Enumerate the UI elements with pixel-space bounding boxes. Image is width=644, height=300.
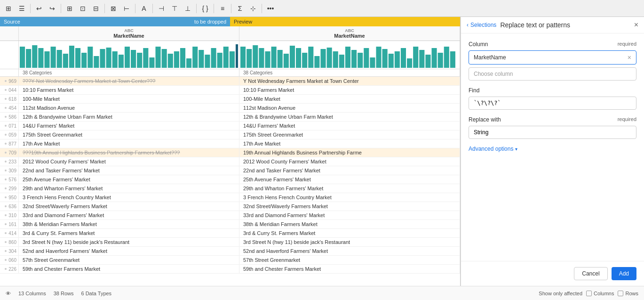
svg-rect-41: [271, 47, 277, 68]
menu-icon[interactable]: ☰: [16, 3, 27, 14]
row-dot: [5, 187, 7, 189]
replace-required-text: required: [618, 116, 636, 123]
tool3-icon[interactable]: ⊟: [90, 3, 102, 14]
svg-rect-60: [389, 54, 394, 68]
table-row: 636 32nd Street/Waverly Farmers Market 3…: [0, 202, 460, 211]
back-to-selections-link[interactable]: ‹ Selections: [467, 22, 496, 28]
source-cell: 52nd and Haverford Farmers' Market: [19, 247, 239, 255]
preview-cell: 38th & Meridian Farmers Market: [239, 220, 460, 228]
row-number: 304: [0, 247, 19, 255]
svg-rect-61: [395, 51, 400, 68]
source-header: Source to be dropped: [0, 17, 230, 26]
preview-cell: 33rd and Diamond Farmers' Market: [239, 211, 460, 219]
svg-rect-70: [450, 51, 455, 68]
svg-rect-2: [32, 45, 37, 68]
row-dot: [5, 170, 7, 171]
column-input-wrapper[interactable]: ×: [469, 50, 636, 65]
columns-checkbox-label[interactable]: Columns: [586, 291, 614, 296]
rows-checkbox[interactable]: [618, 291, 623, 296]
row-number: 969: [0, 77, 19, 85]
row-number: 233: [0, 157, 19, 166]
svg-rect-25: [174, 51, 179, 68]
svg-rect-20: [143, 48, 148, 68]
back-arrow-icon: ‹: [467, 22, 469, 28]
grid-icon[interactable]: ⊞: [3, 3, 14, 14]
find-input[interactable]: [474, 100, 631, 106]
add-button[interactable]: Add: [612, 267, 636, 280]
tool2-icon[interactable]: ⊡: [77, 3, 88, 14]
tool10-icon[interactable]: { }: [199, 3, 211, 14]
close-button[interactable]: ×: [634, 21, 638, 29]
svg-rect-22: [155, 47, 160, 68]
more-icon[interactable]: •••: [265, 3, 276, 14]
advanced-options-toggle[interactable]: Advanced options ▾: [469, 146, 636, 152]
rows-checkbox-label[interactable]: Rows: [618, 291, 638, 296]
replace-input[interactable]: [474, 129, 631, 136]
table-row: 161 38th & Meridian Farmers Market 38th …: [0, 220, 460, 229]
clear-column-icon[interactable]: ×: [628, 54, 631, 61]
svg-rect-7: [63, 54, 68, 68]
row-dot: [5, 178, 7, 180]
tool1-icon[interactable]: ⊞: [64, 3, 75, 14]
toolbar-divider-8: [231, 4, 231, 13]
tool7-icon[interactable]: ⊣: [156, 3, 167, 14]
table-row: 071 14&U Farmers' Market 14&U Farmers' M…: [0, 122, 460, 130]
svg-rect-55: [358, 53, 363, 68]
tool6-icon[interactable]: A: [138, 3, 150, 14]
columns-checkbox[interactable]: [586, 291, 592, 296]
chart-row: [0, 41, 460, 69]
find-field-group: Find: [469, 87, 636, 110]
column-input[interactable]: [474, 54, 628, 61]
preview-cell: 3rd & Curry St. Farmers Market: [239, 229, 460, 237]
toolbar-divider-9: [262, 4, 262, 13]
preview-cell: 57th Street Greenmarket: [239, 256, 460, 264]
tool4-icon[interactable]: ⊠: [108, 3, 119, 14]
svg-rect-26: [180, 48, 185, 68]
table-row: 576 25th Avenue Farmers' Market 25th Ave…: [0, 175, 460, 184]
preview-cell: Y Not Wednesday Farmers Market at Town C…: [239, 77, 460, 85]
tool13-icon[interactable]: ⊹: [247, 3, 259, 14]
preview-col-header[interactable]: ABC MarketName: [239, 26, 460, 41]
row-number: 059: [0, 130, 19, 139]
redo-icon[interactable]: ↪: [47, 3, 58, 14]
choose-column-dropdown[interactable]: Choose column: [469, 67, 636, 81]
undo-icon[interactable]: ↩: [33, 3, 45, 14]
row-dot: [5, 214, 7, 216]
svg-rect-32: [217, 53, 223, 68]
row-number: 309: [0, 166, 19, 175]
source-col-name: MarketName: [113, 33, 144, 39]
source-cell: 3rd Street N (hwy 11) beside jack's Rest…: [19, 238, 239, 246]
row-dot: [5, 196, 7, 198]
source-cell: 25th Avenue Farmers' Market: [19, 175, 239, 184]
data-rows-container: 969 ???Y Not Wednesday Farmers Market at…: [0, 77, 460, 286]
find-input-wrapper[interactable]: [469, 97, 636, 110]
svg-rect-66: [425, 55, 430, 68]
toolbar-divider-6: [196, 4, 197, 13]
replace-label-text: Replace with: [469, 116, 501, 123]
row-dot: [5, 259, 7, 261]
table-row: 454 112st Madison Avenue 112st Madison A…: [0, 104, 460, 113]
source-cell: 33rd and Diamond Farmers' Market: [19, 211, 239, 219]
preview-cell: 17th Ave Market: [239, 139, 460, 148]
row-num-header: [0, 26, 19, 41]
toolbar-divider-2: [61, 4, 61, 13]
svg-rect-69: [444, 47, 449, 68]
tool9-icon[interactable]: ⊥: [182, 3, 193, 14]
table-row: 044 10:10 Farmers Market 10:10 Farmers M…: [0, 86, 460, 95]
tool11-icon[interactable]: ≡: [217, 3, 228, 14]
preview-cell: 52nd and Haverford Farmers' Market: [239, 247, 460, 255]
source-col-header[interactable]: ABC MarketName: [19, 26, 239, 41]
toolbar-divider-5: [152, 4, 153, 13]
row-dot: [5, 223, 7, 225]
toolbar-divider-4: [135, 4, 135, 13]
svg-rect-39: [259, 48, 264, 68]
preview-label: Preview: [234, 19, 252, 24]
tool8-icon[interactable]: ⊤: [169, 3, 180, 14]
svg-rect-62: [401, 48, 406, 68]
row-number: 860: [0, 238, 19, 246]
replace-input-wrapper[interactable]: [469, 126, 636, 139]
svg-rect-18: [131, 50, 136, 68]
tool12-icon[interactable]: Σ: [234, 3, 246, 14]
tool5-icon[interactable]: ⊢: [121, 3, 132, 14]
cancel-button[interactable]: Cancel: [574, 267, 607, 280]
